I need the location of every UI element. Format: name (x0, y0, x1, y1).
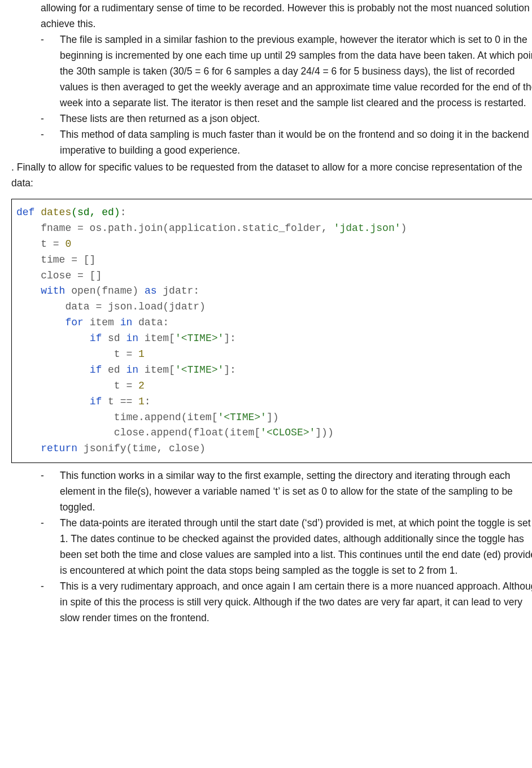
bullet-text: The data-points are iterated through unt… (60, 517, 532, 576)
transition-paragraph: . Finally to allow for specific values t… (11, 159, 532, 191)
bullet-text: The file is sampled in a similar fashion… (60, 34, 532, 108)
list-item: This method of data sampling is much fas… (41, 126, 532, 158)
bullet-text: This is a very rudimentary approach, and… (60, 581, 532, 623)
code-args: (sd, ed) (71, 207, 120, 218)
bullet-text: allowing for a rudimentary sense of time… (41, 2, 532, 29)
list-item: The data-points are iterated through unt… (41, 515, 532, 578)
bottom-bullet-list: This function works in a similar way to … (41, 468, 532, 626)
list-item: -allowing for a rudimentary sense of tim… (41, 0, 532, 32)
code-block: def dates(sd, ed): fname = os.path.join(… (11, 199, 532, 463)
bullet-text: These lists are then returned as a json … (60, 113, 260, 124)
code-func-name: dates (41, 207, 71, 218)
code-keyword: def (16, 207, 34, 218)
list-item: The file is sampled in a similar fashion… (41, 32, 532, 111)
bullet-text: This function works in a similar way to … (60, 470, 513, 513)
bullet-text: This method of data sampling is much fas… (60, 129, 532, 156)
list-item: This function works in a similar way to … (41, 468, 532, 515)
list-item: These lists are then returned as a json … (41, 111, 532, 126)
list-item: This is a very rudimentary approach, and… (41, 578, 532, 626)
top-bullet-list: -allowing for a rudimentary sense of tim… (41, 0, 532, 158)
